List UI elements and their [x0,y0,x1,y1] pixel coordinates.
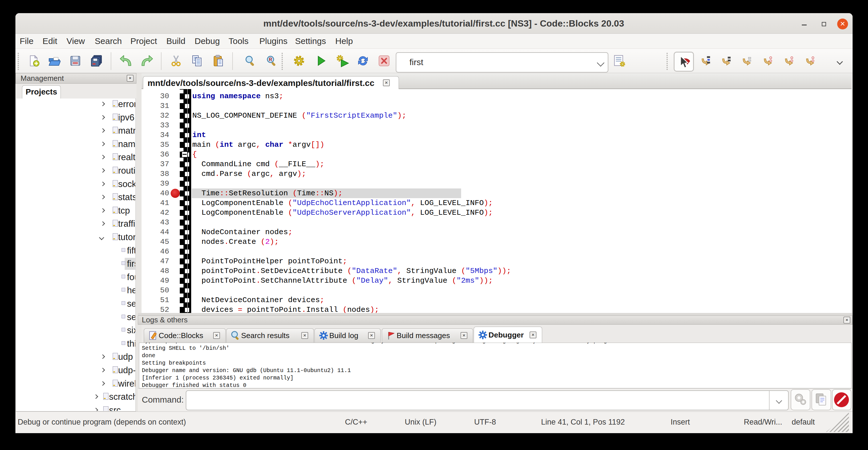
svg-text:R: R [269,57,272,62]
